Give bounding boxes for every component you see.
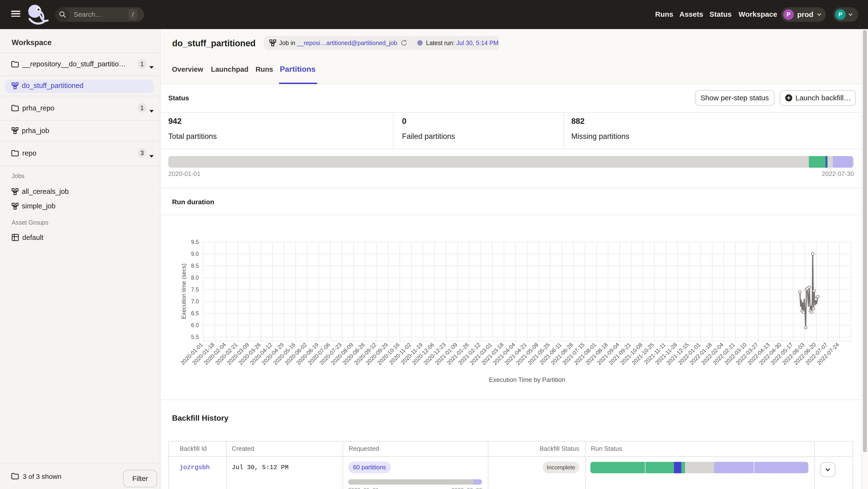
svg-text:7.5: 7.5 [191,286,199,293]
svg-text:Execution time (secs): Execution time (secs) [180,263,187,319]
svg-text:Execution Time by Partition: Execution Time by Partition [489,376,565,383]
svg-text:8.0: 8.0 [191,274,199,281]
svg-text:5.5: 5.5 [191,334,199,340]
svg-text:9.0: 9.0 [191,251,199,257]
svg-text:7.0: 7.0 [191,298,199,304]
svg-text:6.0: 6.0 [191,322,199,328]
svg-text:9.5: 9.5 [191,239,199,245]
svg-text:8.5: 8.5 [191,263,199,269]
svg-text:6.5: 6.5 [191,310,199,317]
